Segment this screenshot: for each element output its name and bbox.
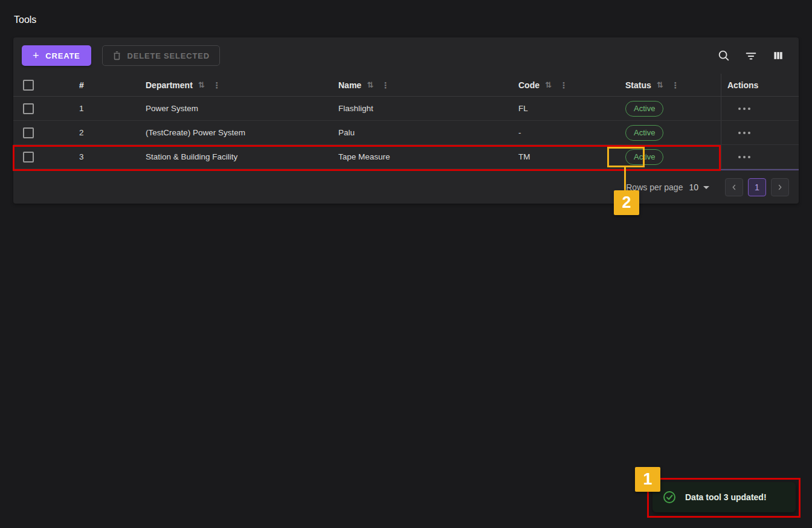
header-num-label: #	[79, 80, 84, 90]
create-button[interactable]: + CREATE	[22, 45, 91, 66]
header-cell-code: Code ⇅ ⋮	[505, 80, 612, 90]
row-actions-cell	[721, 121, 799, 144]
header-cell-actions: Actions	[721, 74, 799, 96]
sort-icon[interactable]: ⇅	[657, 80, 663, 89]
page-1-button[interactable]: 1	[748, 178, 766, 196]
header-cell-num: #	[65, 80, 132, 90]
row-code: FL	[505, 104, 612, 113]
row-select-cell	[13, 152, 65, 163]
filter-icon[interactable]	[743, 47, 759, 64]
kebab-menu-icon[interactable]: ⋮	[559, 80, 568, 90]
toast-message: Data tool 3 updated!	[685, 492, 767, 502]
chevron-left-icon	[730, 183, 738, 192]
row-code: -	[505, 128, 612, 137]
data-table-card: + CREATE DELETE SELECTED	[13, 37, 799, 204]
search-icon[interactable]	[715, 47, 732, 64]
chevron-right-icon	[776, 183, 784, 192]
chevron-down-icon	[703, 186, 709, 189]
row-actions-cell	[721, 145, 799, 169]
plus-icon: +	[33, 50, 39, 61]
select-all-checkbox[interactable]	[23, 80, 34, 91]
table-row: 1 Power System Flashlight FL Active	[13, 97, 799, 121]
page-title: Tools	[14, 14, 36, 25]
status-badge: Active	[625, 149, 663, 165]
sort-icon[interactable]: ⇅	[198, 80, 205, 89]
header-cell-department: Department ⇅ ⋮	[132, 80, 325, 90]
row-select-cell	[13, 103, 65, 114]
row-num: 2	[65, 128, 132, 137]
row-actions-cell	[721, 97, 799, 120]
rows-per-page-label: Rows per page	[626, 182, 683, 192]
status-badge: Active	[625, 125, 663, 141]
row-status-cell: Active	[612, 101, 721, 117]
columns-icon[interactable]	[770, 47, 787, 64]
sort-icon[interactable]: ⇅	[367, 80, 373, 89]
row-actions-menu-button[interactable]	[736, 129, 753, 137]
row-actions-menu-button[interactable]	[736, 105, 753, 112]
sort-icon[interactable]: ⇅	[545, 80, 552, 89]
kebab-menu-icon[interactable]: ⋮	[671, 80, 680, 90]
table-footer: Rows per page 10 1	[13, 169, 799, 204]
delete-selected-label: DELETE SELECTED	[127, 51, 210, 60]
row-department: Station & Building Facility	[132, 152, 325, 161]
row-checkbox[interactable]	[23, 152, 34, 163]
rows-per-page-value: 10	[689, 182, 698, 192]
table-row: 2 (TestCreate) Power System Palu - Activ…	[13, 121, 799, 145]
tools-page: Tools + CREATE DELETE SELECTED	[0, 0, 812, 528]
next-page-button[interactable]	[771, 178, 789, 196]
header-actions-label: Actions	[727, 80, 758, 90]
row-select-cell	[13, 127, 65, 138]
row-name: Tape Measure	[325, 152, 505, 161]
table-header-row: # Department ⇅ ⋮ Name ⇅ ⋮ Code ⇅ ⋮ Statu…	[13, 74, 799, 97]
row-status-cell: Active	[612, 149, 721, 165]
row-department: (TestCreate) Power System	[132, 128, 325, 137]
header-status-label: Status	[625, 80, 651, 90]
trash-icon	[112, 51, 121, 60]
header-code-label: Code	[518, 80, 540, 90]
row-actions-menu-button[interactable]	[736, 153, 753, 161]
row-checkbox[interactable]	[23, 103, 34, 114]
row-code: TM	[505, 152, 612, 161]
toolbar-icons	[715, 47, 789, 64]
header-cell-status: Status ⇅ ⋮	[612, 80, 721, 90]
rows-per-page-select[interactable]: 10	[689, 182, 709, 192]
status-badge: Active	[625, 101, 663, 117]
toast-notification: Data tool 3 updated!	[652, 482, 796, 512]
header-name-label: Name	[338, 80, 361, 90]
create-button-label: CREATE	[45, 51, 80, 60]
header-cell-name: Name ⇅ ⋮	[325, 80, 505, 90]
header-cell-select	[13, 80, 65, 91]
row-status-cell: Active	[612, 125, 721, 141]
row-num: 1	[65, 104, 132, 113]
check-circle-icon	[662, 490, 677, 504]
table-toolbar: + CREATE DELETE SELECTED	[13, 37, 799, 74]
row-name: Flashlight	[325, 104, 505, 113]
row-department: Power System	[132, 104, 325, 113]
kebab-menu-icon[interactable]: ⋮	[381, 80, 390, 90]
previous-page-button[interactable]	[725, 178, 743, 196]
table-row: 3 Station & Building Facility Tape Measu…	[13, 145, 799, 169]
row-checkbox[interactable]	[23, 127, 34, 138]
delete-selected-button[interactable]: DELETE SELECTED	[102, 45, 220, 66]
row-name: Palu	[325, 128, 505, 137]
header-department-label: Department	[146, 80, 193, 90]
row-num: 3	[65, 152, 132, 161]
kebab-menu-icon[interactable]: ⋮	[213, 80, 221, 90]
